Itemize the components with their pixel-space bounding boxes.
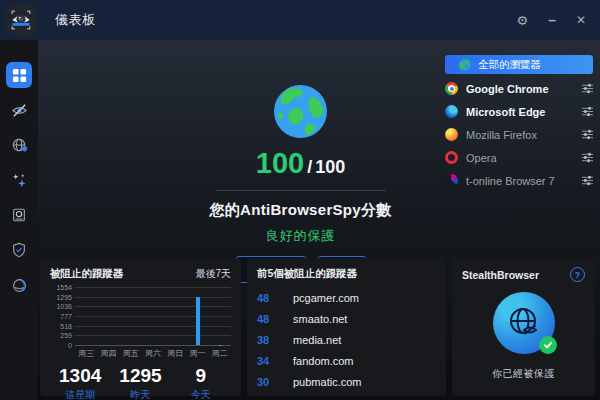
chart-gridline <box>75 287 231 288</box>
minimize-icon[interactable]: – <box>548 13 556 27</box>
x-axis-label: 周日 <box>164 348 186 359</box>
browser-filter-all[interactable]: 全部的瀏覽器 <box>445 55 593 74</box>
summary-value: 9 <box>171 366 231 385</box>
chart-gridline <box>75 316 231 317</box>
help-icon[interactable]: ? <box>570 267 585 282</box>
browser-settings-icon[interactable] <box>582 83 593 94</box>
panel-title: StealthBrowser <box>462 269 539 281</box>
score-label: 您的AntiBrowserSpy分數 <box>93 201 508 220</box>
chart-gridline <box>75 345 231 346</box>
sidebar <box>0 40 38 400</box>
app-logo <box>5 4 37 36</box>
tracker-count: 48 <box>257 292 279 304</box>
titlebar: 儀表板 ⚙ – ✕ <box>0 0 600 40</box>
protected-check-icon <box>539 336 557 354</box>
score-max: 100 <box>315 157 345 177</box>
browser-list: 全部的瀏覽器 Google Chrome Microsoft Edge <box>445 55 593 194</box>
browser-row-edge[interactable]: Microsoft Edge <box>445 102 593 121</box>
sidebar-item-backup[interactable] <box>6 202 32 228</box>
summary-this-week: 1304 這星期 <box>50 366 110 400</box>
close-icon[interactable]: ✕ <box>576 14 586 26</box>
sidebar-item-dashboard[interactable] <box>6 62 32 88</box>
browser-settings-icon[interactable] <box>582 152 593 163</box>
browser-row-opera[interactable]: Opera <box>445 148 593 167</box>
chart-x-axis: 周三周四周五周六周日周一周二 <box>75 348 231 359</box>
stealth-status-text: 你已經被保護 <box>462 367 585 381</box>
browser-settings-icon[interactable] <box>582 106 593 117</box>
globe-shield-icon <box>11 137 28 154</box>
summary-label: 今天 <box>171 388 231 400</box>
panel-title: 被阻止的跟蹤器 <box>50 267 124 281</box>
summary-value: 1295 <box>110 366 170 385</box>
x-axis-label: 周二 <box>209 348 231 359</box>
tracker-row: 48 smaato.net <box>257 313 436 325</box>
chart-gridline <box>75 297 231 298</box>
chart-bar <box>196 297 200 345</box>
t-online-browser-icon <box>445 174 458 187</box>
browser-settings-icon[interactable] <box>582 175 593 186</box>
chrome-icon <box>445 82 458 95</box>
browser-settings-icon[interactable] <box>582 129 593 140</box>
sidebar-item-security[interactable] <box>6 237 32 263</box>
score-divider: / <box>307 157 312 177</box>
summary-label: 昨天 <box>110 388 170 400</box>
panel-title: 前5個被阻止的跟蹤器 <box>257 267 357 281</box>
browser-row-firefox[interactable]: Mozilla Firefox <box>445 125 593 144</box>
top5-list: 48 pcgamer.com 48 smaato.net 38 media.ne… <box>257 292 436 388</box>
stealth-globe-eye-icon <box>504 303 544 343</box>
firefox-icon <box>445 128 458 141</box>
browser-name: Mozilla Firefox <box>466 129 537 141</box>
page-title: 儀表板 <box>55 11 96 29</box>
tracker-row: 30 pubmatic.com <box>257 376 436 388</box>
top5-trackers-panel: 前5個被阻止的跟蹤器 48 pcgamer.com 48 smaato.net … <box>247 258 446 396</box>
spy-eye-slash-icon <box>11 102 28 119</box>
main-content: 100/100 您的AntiBrowserSpy分數 良好的保護 現在優化 細節… <box>38 40 600 400</box>
stealthbrowser-panel: StealthBrowser ? <box>452 258 595 396</box>
x-axis-label: 周一 <box>186 348 208 359</box>
tracker-domain: smaato.net <box>293 313 347 325</box>
y-axis-tick: 259 <box>60 332 72 339</box>
all-browsers-label: 全部的瀏覽器 <box>478 58 541 72</box>
tracker-domain: fandom.com <box>293 355 354 367</box>
tracker-domain: pubmatic.com <box>293 376 361 388</box>
y-axis-tick: 0 <box>68 342 72 349</box>
tracker-domain: media.net <box>293 334 341 346</box>
stealth-status-icon <box>493 292 555 354</box>
bar-chart: 1554129510367775182590 <box>50 287 231 345</box>
x-axis-label: 周四 <box>97 348 119 359</box>
sidebar-item-stealthbrowser[interactable] <box>6 272 32 298</box>
browser-row-chrome[interactable]: Google Chrome <box>445 79 593 98</box>
x-axis-label: 周六 <box>142 348 164 359</box>
chart-plot <box>75 287 231 345</box>
y-axis-tick: 518 <box>60 322 72 329</box>
browser-name: Opera <box>466 152 497 164</box>
globe-icon <box>459 59 471 71</box>
y-axis-tick: 1295 <box>56 293 72 300</box>
chart-period-label: 最後7天 <box>195 267 231 281</box>
stealth-globe-icon <box>11 277 28 294</box>
score-value: 100 <box>256 147 304 179</box>
summary-yesterday: 1295 昨天 <box>110 366 170 400</box>
sidebar-item-browsers[interactable] <box>6 132 32 158</box>
tracker-row: 34 fandom.com <box>257 355 436 367</box>
protection-status: 良好的保護 <box>93 227 508 245</box>
opera-icon <box>445 151 458 164</box>
sidebar-item-antispy[interactable] <box>6 97 32 123</box>
sidebar-item-cleaner[interactable] <box>6 167 32 193</box>
chart-gridline <box>75 335 231 336</box>
antibrowserspy-logo-icon <box>7 6 35 34</box>
chart-summary: 1304 這星期 1295 昨天 9 今天 <box>50 366 231 400</box>
settings-gear-icon[interactable]: ⚙ <box>516 14 528 27</box>
x-axis-label: 周三 <box>75 348 97 359</box>
tracker-domain: pcgamer.com <box>293 292 359 304</box>
disk-drive-icon <box>11 207 27 223</box>
shield-check-icon <box>11 242 27 258</box>
summary-value: 1304 <box>50 366 110 385</box>
browser-row-tonline[interactable]: t-online Browser 7 <box>445 171 593 190</box>
chart-y-axis: 1554129510367775182590 <box>50 287 75 345</box>
sparkles-icon <box>11 172 28 189</box>
y-axis-tick: 1036 <box>56 303 72 310</box>
y-axis-tick: 777 <box>60 313 72 320</box>
blocked-trackers-panel: 被阻止的跟蹤器 最後7天 1554129510367775182590 周三周四… <box>40 258 241 396</box>
tracker-count: 48 <box>257 313 279 325</box>
